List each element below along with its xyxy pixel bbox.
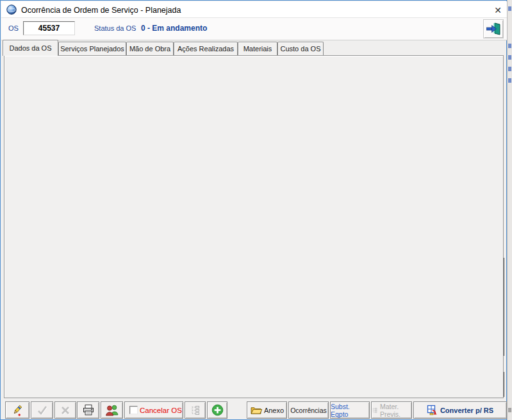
cancel-x-icon (60, 405, 71, 416)
os-label: OS (8, 24, 19, 32)
status-value: 0 - Em andamento (141, 24, 207, 33)
header-bar: OS Status da OS 0 - Em andamento (1, 18, 507, 40)
status-label: Status da OS (94, 24, 136, 32)
converter-rs-button[interactable]: Converter p/ RS (413, 401, 507, 419)
edit-button[interactable] (5, 401, 29, 419)
print-button[interactable] (77, 401, 99, 419)
edit-pencil-icon (11, 404, 24, 417)
ocorrencias-label: Ocorrências (290, 407, 327, 414)
tab-dados-da-os[interactable]: Dados da OS (3, 40, 58, 56)
cancel-button (54, 401, 76, 419)
tab-materiais[interactable]: Materiais (238, 42, 277, 55)
mater-previs-label: Mater. Previs. (380, 403, 411, 418)
people-icon (105, 404, 119, 416)
exit-door-icon (486, 22, 501, 36)
printer-icon (82, 404, 95, 416)
close-icon[interactable]: ✕ (490, 3, 506, 17)
exit-button[interactable] (483, 19, 504, 38)
add-plus-icon (211, 404, 224, 416)
add-button[interactable] (207, 401, 227, 419)
tab-custo-da-os[interactable]: Custo da OS (277, 42, 324, 55)
subst-eqpto-label: Subst. Eqpto (331, 403, 369, 418)
tab-servicos-planejados[interactable]: Serviços Planejados (58, 42, 126, 55)
tab-acoes-realizadas[interactable]: Ações Realizadas (174, 42, 238, 55)
tree-view-icon (372, 406, 378, 415)
anexo-label: Anexo (264, 407, 284, 414)
cancelar-os-label: Cancelar OS (140, 407, 182, 414)
window-title: Ocorrência de Ordem de Serviço - Planeja… (21, 6, 181, 15)
window: Ocorrência de Ordem de Serviço - Planeja… (0, 0, 507, 420)
confirm-check-icon (36, 405, 49, 416)
confirm-button (31, 401, 53, 419)
tree-view-icon (190, 405, 201, 416)
converter-rs-label: Converter p/ RS (440, 407, 493, 414)
open-folder-icon (250, 405, 262, 415)
convert-window-icon (427, 405, 438, 416)
subst-eqpto-button[interactable]: Subst. Eqpto (330, 401, 370, 419)
app-orb-icon (6, 4, 17, 15)
users-button[interactable] (101, 401, 123, 419)
mater-previs-button: Mater. Previs. (371, 401, 412, 419)
cancelar-os-panel: Cancelar OS (124, 401, 183, 419)
anexo-button[interactable]: Anexo (247, 401, 287, 419)
tab-mao-de-obra[interactable]: Mão de Obra (126, 42, 174, 55)
ocorrencias-button[interactable]: Ocorrências (288, 401, 329, 419)
tabpage-dados-da-os (4, 55, 504, 398)
os-number-field[interactable] (23, 21, 75, 35)
screen: Ocorrência de Ordem de Serviço - Planeja… (0, 0, 512, 420)
cancelar-os-checkbox[interactable] (129, 406, 138, 414)
tree-button (185, 401, 206, 419)
background-window-sliver (507, 0, 512, 420)
titlebar: Ocorrência de Ordem de Serviço - Planeja… (1, 1, 507, 18)
